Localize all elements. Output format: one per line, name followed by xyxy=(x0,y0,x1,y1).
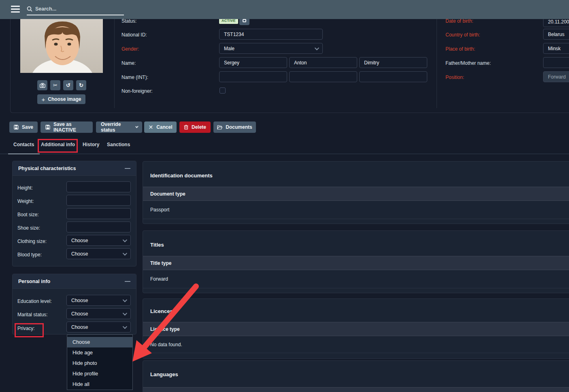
square-icon xyxy=(243,19,246,22)
tab-additional-info[interactable]: Additional info xyxy=(41,142,75,147)
place-of-birth-label: Place of birth: xyxy=(445,46,475,52)
clothing-size-label: Clothing size: xyxy=(17,239,47,244)
panel-title: Personal info xyxy=(18,279,50,284)
privacy-option-hide-all[interactable]: Hide all xyxy=(67,379,132,390)
privacy-option-hide-photo[interactable]: Hide photo xyxy=(67,358,132,369)
privacy-option-hide-age[interactable]: Hide age xyxy=(67,347,132,358)
documents-button[interactable]: Documents xyxy=(213,121,256,133)
divider xyxy=(114,19,115,108)
shoe-size-label: Shoe size: xyxy=(17,225,40,231)
clothing-size-select[interactable]: Choose xyxy=(66,235,131,246)
chevron-down-icon xyxy=(123,251,127,255)
card-title: Identification documents xyxy=(150,173,213,179)
search-input[interactable]: Search... xyxy=(27,3,124,15)
national-id-input[interactable]: TST1234 xyxy=(219,29,323,40)
panel-header[interactable]: Personal info xyxy=(13,274,136,289)
tabs-divider xyxy=(0,153,569,154)
name-int-first-input[interactable] xyxy=(219,71,287,82)
topbar: Search... xyxy=(0,0,569,19)
status-label: Status: xyxy=(121,18,136,24)
delete-button[interactable]: Delete xyxy=(179,121,211,133)
privacy-option-choose[interactable]: Choose xyxy=(67,337,132,347)
table-row[interactable]: Forward xyxy=(143,270,569,288)
father-mother-input[interactable] xyxy=(543,57,569,68)
date-of-birth-label: Date of birth: xyxy=(445,18,473,24)
national-id-label: National ID: xyxy=(121,32,147,38)
privacy-select[interactable]: Choose xyxy=(66,322,131,332)
choose-image-button[interactable]: + Choose image xyxy=(37,94,85,104)
name-int-label: Name (INT): xyxy=(121,75,148,80)
name-last-input[interactable]: Dimitry xyxy=(359,57,427,68)
tab-contacts[interactable]: Contacts xyxy=(13,142,34,147)
divider xyxy=(437,19,437,108)
override-status-button[interactable]: Override status xyxy=(96,121,142,133)
save-as-inactive-button[interactable]: Save as INACTIVE xyxy=(40,121,93,133)
table-row-empty: No data found. xyxy=(143,336,569,353)
non-foreigner-label: Non-foreigner: xyxy=(121,88,153,94)
non-foreigner-checkbox[interactable] xyxy=(220,87,226,94)
tab-sanctions[interactable]: Sanctions xyxy=(107,142,130,147)
choose-image-label: Choose image xyxy=(48,96,81,102)
table-header-document-type: Document type xyxy=(143,187,569,201)
name-label: Name: xyxy=(121,60,136,66)
collapse-icon[interactable] xyxy=(125,168,130,169)
marital-status-select[interactable]: Choose xyxy=(66,308,131,319)
save-button[interactable]: Save xyxy=(9,121,38,133)
education-level-select[interactable]: Choose xyxy=(66,295,131,306)
table-header-title-type: Title type xyxy=(143,256,569,270)
name-int-middle-input[interactable] xyxy=(289,71,357,82)
folder-open-icon xyxy=(217,125,222,130)
save-icon xyxy=(14,125,19,130)
gender-select[interactable]: Male xyxy=(219,43,323,54)
table-header-licence-type: Licence type xyxy=(143,322,569,336)
tab-history[interactable]: History xyxy=(83,142,99,147)
clothing-size-value: Choose xyxy=(71,238,88,243)
chevron-down-icon xyxy=(123,324,127,328)
cancel-label: Cancel xyxy=(156,124,172,130)
panel-header[interactable]: Physical characteristics xyxy=(13,161,136,176)
gender-value: Male xyxy=(224,46,234,51)
weight-input[interactable] xyxy=(66,195,131,206)
camera-icon xyxy=(40,83,45,88)
close-icon: ✕ xyxy=(148,124,153,130)
collapse-icon[interactable] xyxy=(125,281,130,282)
privacy-label: Privacy: xyxy=(17,326,35,331)
rotate-right-button[interactable]: ↻ xyxy=(76,80,86,90)
cancel-button[interactable]: ✕ Cancel xyxy=(144,121,177,133)
blood-type-value: Choose xyxy=(71,251,88,257)
card-title: Licences xyxy=(150,308,173,314)
table-row[interactable]: Passport xyxy=(143,201,569,219)
name-int-last-input[interactable] xyxy=(359,71,427,82)
override-status-label: Override status xyxy=(101,121,132,133)
privacy-value: Choose xyxy=(71,324,88,330)
documents-label: Documents xyxy=(226,124,252,130)
place-of-birth-input[interactable]: Minsk xyxy=(543,43,569,54)
blood-type-select[interactable]: Choose xyxy=(66,248,131,259)
rotate-left-icon: ↺ xyxy=(66,82,70,88)
height-input[interactable] xyxy=(66,181,131,192)
rotate-right-icon: ↻ xyxy=(79,82,83,88)
chevron-down-icon xyxy=(123,311,127,315)
crop-button[interactable]: ✂ xyxy=(50,80,60,90)
card-title: Titles xyxy=(150,242,164,248)
name-middle-input[interactable]: Anton xyxy=(289,57,357,68)
camera-button[interactable] xyxy=(37,80,47,90)
active-tab-indicator xyxy=(8,153,40,154)
blood-type-label: Blood type: xyxy=(17,252,42,258)
name-first-input[interactable]: Sergey xyxy=(219,57,287,68)
shoe-size-input[interactable] xyxy=(66,222,131,232)
hamburger-menu-icon[interactable] xyxy=(11,6,20,13)
boot-size-input[interactable] xyxy=(66,208,131,219)
country-of-birth-label: Country of birth: xyxy=(445,32,480,38)
delete-label: Delete xyxy=(192,124,206,130)
marital-status-label: Marital status: xyxy=(17,312,48,317)
search-icon xyxy=(27,6,32,12)
table-header-language: Language xyxy=(143,387,569,392)
privacy-option-hide-profile[interactable]: Hide profile xyxy=(67,369,132,379)
plus-icon: + xyxy=(42,96,45,103)
privacy-dropdown-menu: Choose Hide age Hide photo Hide profile … xyxy=(67,334,133,390)
country-of-birth-input[interactable]: Belarus xyxy=(543,29,569,40)
rotate-left-button[interactable]: ↺ xyxy=(63,80,73,90)
chevron-down-icon xyxy=(123,297,127,302)
education-level-label: Education level: xyxy=(17,298,52,304)
